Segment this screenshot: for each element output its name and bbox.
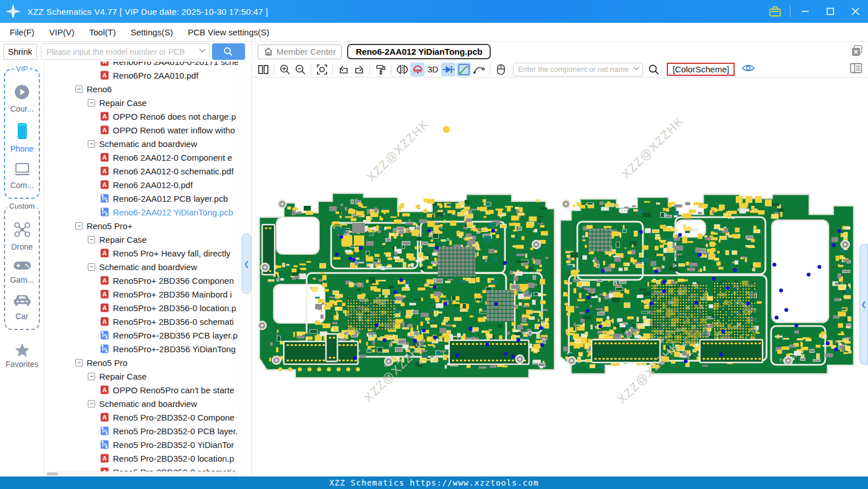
tree-file-row[interactable]: AReno6Pro 2AA010-0-20171 sche: [44, 62, 238, 68]
tree-file-row[interactable]: Reno6-2AA012 PCB layer.pcb: [44, 191, 238, 205]
paint-roller-icon[interactable]: [373, 63, 388, 76]
tree-item-label: Reno5 Pro+: [87, 221, 132, 231]
tree-file-row[interactable]: AReno5Pro+ 2BD356-0 location.p: [44, 301, 238, 315]
chevron-down-icon[interactable]: [199, 48, 206, 53]
component-search-input[interactable]: [513, 63, 643, 76]
tree-file-row[interactable]: Reno6-2AA012 YiDianTong.pcb: [44, 205, 238, 219]
mirror-flip-icon[interactable]: [395, 63, 409, 76]
diode-tool-icon[interactable]: [441, 63, 455, 76]
tree-hscrollbar-thumb[interactable]: [47, 472, 58, 475]
collapse-icon[interactable]: −: [75, 222, 83, 230]
tree-node[interactable]: −Schematic and boardview: [44, 397, 238, 410]
tree-file-row[interactable]: Reno5Pro+-2BD356 YiDianTong: [44, 342, 238, 356]
zoom-in-icon[interactable]: [278, 63, 292, 76]
tree-file-row[interactable]: AReno6Pro 2AA010.pdf: [44, 68, 238, 82]
document-tab[interactable]: Reno6-2AA012 YiDianTong.pcb: [347, 44, 491, 59]
collapse-icon[interactable]: −: [75, 85, 83, 93]
pcb-toolbar: 3D [ColorScheme]: [251, 62, 868, 78]
visibility-eye-icon[interactable]: [741, 63, 755, 75]
model-search-input[interactable]: [41, 43, 210, 60]
curve-tool-icon[interactable]: [472, 63, 486, 76]
tree-file-row[interactable]: AReno6 2AA012-0 schematic.pdf: [44, 164, 238, 178]
view-3d-button[interactable]: 3D: [425, 64, 441, 74]
zoom-out-icon[interactable]: [293, 63, 307, 76]
menu-item-1[interactable]: VIP(V): [42, 23, 81, 41]
collapse-icon[interactable]: −: [75, 359, 83, 366]
menu-item-3[interactable]: Settings(S): [123, 23, 180, 41]
sidebar-item-favorites[interactable]: Favorites: [0, 343, 44, 369]
member-center-label: Member Center: [276, 47, 336, 56]
tree-file-row[interactable]: AReno5 Pro-2BD352-0 location.p: [44, 451, 238, 465]
sidebar-item-phone[interactable]: Phone: [6, 123, 38, 153]
tree-file-row[interactable]: Reno5 Pro-2BD352-0 YiDianTor: [44, 438, 238, 451]
fit-view-icon[interactable]: [315, 63, 329, 76]
collapse-icon[interactable]: −: [88, 99, 95, 107]
tree-file-row[interactable]: AReno6 2AA012-0.pdf: [44, 178, 238, 191]
menu-item-0[interactable]: File(F): [2, 23, 42, 41]
tree-file-row[interactable]: AOPPO Reno6 water inflow witho: [44, 123, 238, 137]
tree-file-row[interactable]: Reno5 Pro-2BD352-0 PCB layer.: [44, 424, 238, 438]
tree-file-row[interactable]: AOPPO Reno6 does not charge.p: [44, 109, 238, 123]
panel-toggle-icon[interactable]: [850, 63, 862, 76]
sidebar-item-com[interactable]: Com...: [6, 162, 38, 190]
collapse-icon[interactable]: −: [88, 140, 95, 148]
collapse-icon[interactable]: −: [88, 263, 95, 271]
status-bar: XZZ Schematics https://www.xzztools.com: [0, 476, 868, 489]
tree-file-row[interactable]: AOPPO Reno5Pro can't be starte: [44, 383, 238, 397]
right-panel-handle[interactable]: ❮: [859, 244, 868, 365]
tree-node[interactable]: −Repair Case: [44, 233, 238, 246]
tree-node[interactable]: −Repair Case: [44, 369, 238, 383]
rotate-left-icon[interactable]: [336, 63, 351, 76]
sidebar-item-drone[interactable]: Drone: [6, 222, 38, 251]
minimize-button[interactable]: [793, 0, 818, 23]
pcb-file-icon: [100, 426, 109, 435]
chevron-down-icon[interactable]: [633, 67, 639, 71]
sidebar-item-car[interactable]: Car: [6, 294, 38, 321]
sidebar-item-gam[interactable]: Gam...: [6, 260, 38, 284]
model-search-button[interactable]: [212, 43, 245, 60]
tree-file-row[interactable]: AReno5Pro+ 2BD356 Componen: [44, 274, 238, 287]
close-all-tabs-icon[interactable]: [850, 44, 863, 60]
pcb-canvas[interactable]: XZZ@XZZHKXZZ@XZZHKXZZ@XZZHKXZZ@XZZHK: [252, 78, 868, 476]
pdf-file-icon: A: [100, 112, 109, 121]
tree-file-row[interactable]: AReno5Pro+ 2BD356-0 schemati: [44, 315, 238, 328]
tree-item-label: Schematic and boardview: [99, 399, 197, 409]
tree-node[interactable]: −Reno5 Pro: [44, 356, 238, 369]
sidebar-item-cour[interactable]: Cour...: [6, 84, 38, 113]
tree-node[interactable]: −Schematic and boardview: [44, 260, 238, 274]
member-center-button[interactable]: Member Center: [258, 44, 342, 59]
tree-file-row[interactable]: AReno6 2AA012-0 Component e: [44, 150, 238, 164]
rotate-right-icon[interactable]: [352, 63, 366, 76]
lamp-tool-icon[interactable]: [410, 63, 425, 76]
mouse-settings-icon[interactable]: [494, 63, 508, 76]
component-search-icon[interactable]: [646, 63, 661, 76]
tree-file-row[interactable]: AReno5 Pro-2BD352-0 Compone: [44, 410, 238, 424]
pdf-file-icon: A: [100, 317, 109, 326]
menu-bar: File(F)VIP(V)Tool(T)Settings(S)PCB View …: [0, 23, 868, 42]
colorscheme-button[interactable]: [ColorScheme]: [667, 63, 735, 76]
maximize-button[interactable]: [818, 0, 843, 23]
tree-node[interactable]: −Schematic and boardview: [44, 137, 238, 150]
tree-node[interactable]: −Reno5 Pro+: [44, 219, 238, 233]
menu-item-4[interactable]: PCB View settings(S): [180, 23, 276, 41]
tree-file-row[interactable]: Reno5Pro+-2BD356 PCB layer.p: [44, 328, 238, 342]
tree-file-row[interactable]: AReno5Pro+ 2BD356 Mainbord i: [44, 287, 238, 301]
file-tree-panel: AReno6Pro 2AA010-0-20171 scheAReno6Pro 2…: [44, 62, 238, 476]
split-view-icon[interactable]: [256, 63, 270, 76]
collapse-icon[interactable]: −: [88, 373, 95, 380]
tree-node[interactable]: −Repair Case: [44, 96, 238, 109]
shrink-button[interactable]: Shrink: [3, 44, 37, 60]
close-button[interactable]: [843, 0, 868, 23]
measure-tool-icon[interactable]: [457, 63, 471, 76]
tree-file-row[interactable]: AReno5 Pro+ Heavy fall, directly: [44, 246, 238, 260]
license-briefcase-icon[interactable]: [763, 0, 788, 23]
pcb-viewer[interactable]: XZZ@XZZHKXZZ@XZZHKXZZ@XZZHKXZZ@XZZHK: [251, 78, 868, 476]
tree-horizontal-scrollbar[interactable]: [44, 471, 238, 476]
collapse-icon[interactable]: −: [88, 400, 95, 408]
collapse-icon[interactable]: −: [88, 236, 95, 243]
window-title: XZZ Schematics V4.77 [ VIP Due date: 202…: [27, 7, 268, 17]
tree-node[interactable]: −Reno6: [44, 82, 238, 96]
collapse-tree-handle[interactable]: ❮: [242, 234, 251, 294]
watermark: XZZ@XZZHK: [619, 114, 686, 181]
menu-item-2[interactable]: Tool(T): [82, 23, 124, 41]
